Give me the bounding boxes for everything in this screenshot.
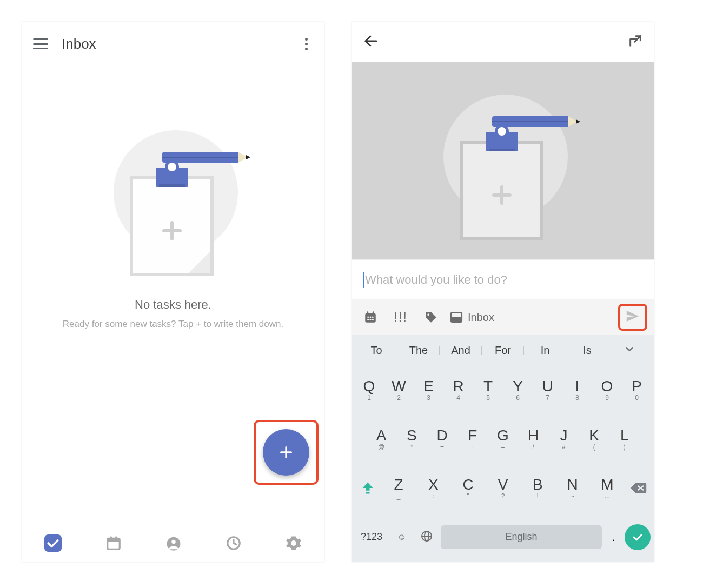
expand-icon[interactable] bbox=[628, 34, 643, 51]
task-toolbar: !!! Inbox bbox=[352, 299, 654, 335]
add-task-button[interactable] bbox=[263, 429, 309, 476]
key-r[interactable]: R4 bbox=[443, 378, 473, 402]
keyboard: To The And For In Is Q1W2E3R4T5Y6U7I8O9P… bbox=[352, 335, 654, 562]
task-input[interactable] bbox=[365, 273, 643, 287]
expand-suggestions[interactable] bbox=[608, 343, 651, 358]
task-input-row bbox=[352, 259, 654, 299]
key-v[interactable]: V? bbox=[486, 476, 520, 500]
svg-point-7 bbox=[171, 539, 176, 544]
app-bar: Inbox bbox=[22, 22, 324, 65]
svg-point-17 bbox=[367, 319, 369, 320]
shift-key[interactable] bbox=[354, 480, 381, 496]
key-h[interactable]: H/ bbox=[518, 427, 548, 451]
tab-tasks[interactable] bbox=[44, 534, 62, 552]
bottom-nav bbox=[22, 524, 324, 562]
svg-point-14 bbox=[367, 317, 369, 318]
key-e[interactable]: E3 bbox=[414, 378, 443, 402]
svg-rect-23 bbox=[366, 492, 370, 494]
key-l[interactable]: L) bbox=[609, 427, 640, 451]
app-bar bbox=[352, 22, 654, 62]
period-key[interactable]: . bbox=[605, 530, 621, 544]
key-c[interactable]: C" bbox=[451, 476, 486, 500]
back-button[interactable] bbox=[363, 33, 379, 51]
numswitch-key[interactable]: ?123 bbox=[355, 531, 388, 543]
tab-history[interactable] bbox=[226, 535, 242, 551]
key-row-4: ?123 ☺ English . bbox=[352, 512, 654, 562]
key-m[interactable]: M... bbox=[590, 476, 625, 500]
suggestion[interactable]: And bbox=[440, 344, 482, 357]
key-g[interactable]: G= bbox=[488, 427, 518, 451]
key-q[interactable]: Q1 bbox=[354, 378, 384, 402]
menu-icon[interactable] bbox=[33, 38, 48, 49]
suggestion[interactable]: In bbox=[524, 344, 566, 357]
date-icon[interactable] bbox=[359, 305, 382, 329]
language-key[interactable] bbox=[416, 530, 437, 545]
key-x[interactable]: X: bbox=[416, 476, 450, 500]
suggestion[interactable]: For bbox=[482, 344, 524, 357]
enter-key[interactable] bbox=[625, 524, 651, 550]
space-key[interactable]: English bbox=[441, 525, 602, 549]
priority-icon[interactable]: !!! bbox=[389, 305, 413, 329]
text-cursor bbox=[363, 272, 364, 288]
svg-point-20 bbox=[427, 313, 429, 316]
svg-rect-13 bbox=[373, 311, 374, 314]
key-u[interactable]: U7 bbox=[533, 378, 562, 402]
suggestion[interactable]: To bbox=[355, 344, 397, 357]
key-o[interactable]: O9 bbox=[592, 378, 622, 402]
key-t[interactable]: T5 bbox=[473, 378, 503, 402]
tab-settings[interactable] bbox=[286, 535, 302, 551]
svg-point-15 bbox=[370, 317, 372, 318]
list-selector[interactable]: Inbox bbox=[449, 310, 494, 324]
key-w[interactable]: W2 bbox=[384, 378, 414, 402]
empty-state: No tasks here. Ready for some new tasks?… bbox=[22, 65, 324, 524]
add-task-screen: !!! Inbox To The And For In Is bbox=[352, 22, 654, 562]
suggestion[interactable]: The bbox=[397, 344, 440, 357]
more-icon[interactable] bbox=[300, 32, 313, 56]
list-label: Inbox bbox=[468, 311, 494, 324]
key-i[interactable]: I8 bbox=[562, 378, 592, 402]
key-row-3: Z_X:C"V?B!N~M... bbox=[352, 464, 654, 513]
screen-title: Inbox bbox=[62, 36, 300, 52]
svg-point-18 bbox=[370, 319, 372, 320]
send-highlight bbox=[618, 304, 647, 331]
key-k[interactable]: K( bbox=[579, 427, 609, 451]
svg-rect-3 bbox=[108, 538, 120, 542]
svg-point-16 bbox=[372, 317, 374, 318]
dimmed-background bbox=[352, 62, 654, 259]
key-row-1: Q1W2E3R4T5Y6U7I8O9P0 bbox=[352, 365, 654, 415]
svg-rect-5 bbox=[115, 536, 117, 539]
empty-illustration bbox=[427, 95, 579, 246]
suggestion[interactable]: Is bbox=[566, 344, 608, 357]
fab-highlight bbox=[254, 420, 319, 485]
key-y[interactable]: Y6 bbox=[503, 378, 533, 402]
suggestion-row: To The And For In Is bbox=[352, 335, 654, 365]
send-button[interactable] bbox=[625, 308, 641, 326]
key-j[interactable]: J# bbox=[548, 427, 579, 451]
svg-rect-22 bbox=[451, 317, 462, 322]
tab-calendar[interactable] bbox=[105, 535, 122, 551]
key-s[interactable]: S* bbox=[396, 427, 427, 451]
key-f[interactable]: F- bbox=[457, 427, 488, 451]
empty-subtitle: Ready for some new tasks? Tap + to write… bbox=[47, 317, 300, 331]
backspace-key[interactable] bbox=[625, 480, 652, 496]
emoji-key[interactable]: ☺ bbox=[391, 532, 413, 542]
key-p[interactable]: P0 bbox=[622, 378, 652, 402]
svg-rect-12 bbox=[367, 311, 369, 314]
tab-profile[interactable] bbox=[165, 535, 182, 551]
key-row-2: A@S*D+F-G=H/J#K(L) bbox=[352, 415, 654, 464]
key-z[interactable]: Z_ bbox=[381, 476, 416, 500]
svg-rect-4 bbox=[110, 536, 112, 539]
key-a[interactable]: A@ bbox=[366, 427, 396, 451]
empty-title: No tasks here. bbox=[135, 298, 211, 312]
key-n[interactable]: N~ bbox=[555, 476, 589, 500]
empty-illustration bbox=[97, 130, 249, 282]
key-b[interactable]: B! bbox=[520, 476, 555, 500]
key-d[interactable]: D+ bbox=[427, 427, 457, 451]
clipboard-icon bbox=[130, 176, 214, 276]
tag-icon[interactable] bbox=[419, 305, 443, 329]
inbox-screen: Inbox No tasks here. Ready for some new … bbox=[22, 22, 324, 562]
svg-point-19 bbox=[372, 319, 374, 320]
